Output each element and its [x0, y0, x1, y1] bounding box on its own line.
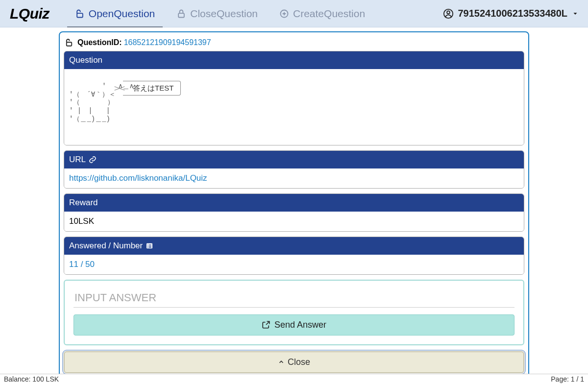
tab-open-label: OpenQuestion: [89, 8, 155, 20]
page-text: Page: 1 / 1: [551, 375, 584, 383]
question-id-row: QuestionID: 16852121909194591397: [64, 36, 524, 51]
navbar: LQuiz OpenQuestion CloseQuestion CreateQ…: [0, 0, 588, 27]
svg-rect-8: [149, 244, 151, 245]
app-logo: LQuiz: [10, 5, 49, 22]
speech-bubble: 答えはTEST: [123, 81, 181, 96]
svg-rect-10: [149, 246, 151, 246]
send-answer-label: Send Answer: [274, 320, 326, 330]
question-panel-header: Question: [64, 51, 524, 69]
svg-rect-9: [147, 246, 148, 246]
url-panel-header: URL: [64, 151, 524, 168]
account-menu[interactable]: 7915241006213533480L: [443, 8, 578, 19]
close-button[interactable]: Close: [64, 351, 524, 373]
tab-create-label: CreateQuestion: [293, 8, 365, 20]
plus-circle-icon: [279, 9, 289, 19]
send-answer-button[interactable]: Send Answer: [74, 314, 514, 336]
close-label: Close: [288, 357, 310, 367]
svg-point-4: [447, 11, 450, 14]
user-circle-icon: [443, 8, 454, 19]
tab-close-question[interactable]: CloseQuestion: [166, 1, 269, 26]
question-ascii-art: ' ∧＿∧ '（ ´∀｀）＜ '（ ） ' | | | '（＿_)＿_) 答えは…: [69, 74, 134, 140]
url-panel: URL https://github.com/lisknonanika/LQui…: [64, 150, 524, 189]
svg-rect-5: [67, 42, 72, 46]
status-bar: Balance: 100 LSK Page: 1 / 1: [0, 374, 588, 384]
answer-form: Send Answer: [64, 280, 524, 345]
svg-rect-0: [77, 13, 83, 17]
unlock-icon: [75, 9, 85, 19]
lock-icon: [176, 9, 186, 19]
svg-rect-7: [147, 244, 148, 245]
chevron-down-icon: [572, 11, 578, 17]
account-id: 7915241006213533480L: [458, 8, 567, 19]
question-card: QuestionID: 16852121909194591397 Questio…: [59, 31, 529, 384]
unlock-icon: [65, 38, 74, 47]
question-id-label: QuestionID:: [77, 38, 122, 47]
question-panel-body: ' ∧＿∧ '（ ´∀｀）＜ '（ ） ' | | | '（＿_)＿_) 答えは…: [64, 69, 524, 145]
tab-create-question[interactable]: CreateQuestion: [269, 1, 376, 26]
chevron-up-icon: [278, 359, 285, 365]
reward-value: 10LSK: [64, 212, 524, 231]
answered-header-text: Answered / Number: [69, 241, 143, 251]
url-header-text: URL: [69, 155, 86, 165]
answered-panel-body: 11 / 50: [64, 255, 524, 274]
answered-link[interactable]: 11 / 50: [69, 260, 95, 269]
list-icon: [146, 242, 153, 250]
tab-close-label: CloseQuestion: [190, 8, 258, 20]
svg-rect-1: [178, 13, 184, 17]
url-panel-body: https://github.com/lisknonanika/LQuiz: [64, 168, 524, 188]
nav-tabs: OpenQuestion CloseQuestion CreateQuestio…: [64, 1, 443, 26]
svg-rect-12: [149, 247, 151, 247]
tab-open-question[interactable]: OpenQuestion: [64, 1, 166, 26]
answer-input[interactable]: [74, 288, 514, 308]
reward-panel-header: Reward: [64, 194, 524, 212]
share-icon: [262, 320, 270, 329]
reward-panel: Reward 10LSK: [64, 193, 524, 232]
question-panel: Question ' ∧＿∧ '（ ´∀｀）＜ '（ ） ' | | | '（＿…: [64, 51, 524, 145]
svg-rect-11: [147, 247, 148, 247]
balance-text: Balance: 100 LSK: [4, 375, 59, 383]
answered-panel-header: Answered / Number: [64, 237, 524, 255]
url-link[interactable]: https://github.com/lisknonanika/LQuiz: [69, 173, 207, 183]
question-id-link[interactable]: 16852121909194591397: [124, 38, 211, 47]
link-icon: [89, 156, 97, 164]
answered-panel: Answered / Number 11 / 50: [64, 237, 524, 275]
